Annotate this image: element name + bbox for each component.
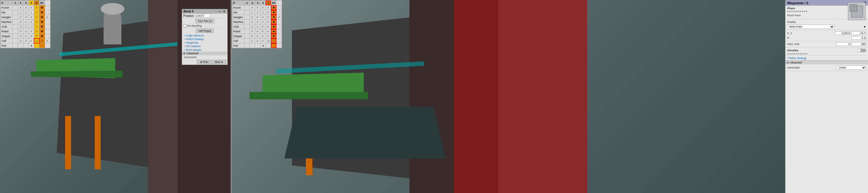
r-label: R: [787, 36, 805, 39]
right-cell-4-6: [277, 24, 282, 29]
advanced-label-wp: Advanced: [790, 61, 802, 64]
right-cell-5-0: [244, 29, 250, 34]
simulate-row: Simulate: [787, 48, 866, 53]
minimize-button[interactable]: —: [218, 10, 222, 13]
3d-preview-box: [848, 2, 866, 20]
r-input[interactable]: [851, 36, 866, 40]
left-cell-4-1: ◌: [18, 24, 23, 29]
left-cell-4-2: ◌: [23, 24, 29, 29]
left-cell-6-0: [13, 34, 18, 38]
sim-dot-4: [794, 53, 795, 55]
left-cell-5-3: ✓: [29, 29, 34, 34]
left-cell-4-4: ✓: [34, 24, 39, 29]
right-cell-0-0: [244, 5, 250, 10]
right-cell-8-4: [266, 43, 271, 48]
right-cell-2-6: ✓: [277, 15, 282, 20]
left-cell-3-1: ✓: [18, 20, 23, 24]
position-row: Position: [182, 13, 227, 18]
right-row-label-8: Part: [232, 43, 244, 48]
pre-bending-row: Pre-bending: [182, 24, 227, 28]
right-cell-5-1: ✓: [250, 29, 255, 34]
left-row-label-4: ACB: [1, 24, 13, 29]
advanced-section-waypoints[interactable]: ⊖ Advanced: [785, 60, 868, 64]
pitch-input[interactable]: [836, 43, 851, 46]
advanced-section-left[interactable]: ⊖ Advanced: [182, 52, 227, 55]
left-cell-1-4: ✓: [34, 10, 39, 15]
right-cell-8-2: [255, 43, 260, 48]
bend-link-2[interactable]: Waypoints: [182, 41, 227, 45]
left-grid: P 1 2 3 4 5 D1 Punch✓✓✓✓✱Die○○○✓✱Gauges✓…: [0, 0, 51, 48]
bend-link-0[interactable]: Angle Measure: [182, 34, 227, 37]
right-cell-0-1: ✓: [250, 5, 255, 10]
robot-strategy-link[interactable]: Robot Strategy: [787, 57, 807, 60]
left-cell-7-0: [13, 38, 18, 43]
roll-input[interactable]: [851, 43, 866, 46]
turn-part-button[interactable]: Turn Part (!): [195, 19, 214, 23]
interpolate-select[interactable]: Linear Joint: [837, 65, 866, 70]
phase-dot-10: [806, 11, 807, 12]
col-3: 3: [23, 1, 29, 5]
left-cell-5-4: ✓: [34, 29, 39, 34]
sim-dot-3: [791, 53, 793, 55]
right-cell-2-0: [244, 15, 250, 20]
left-cell-2-4: ✓: [34, 15, 39, 20]
right-col-5: 5: [266, 1, 271, 5]
add-regrip-button[interactable]: Add Regrip: [196, 29, 213, 33]
next-button[interactable]: Next ►: [212, 60, 226, 64]
left-cell-3-4: ✓: [34, 20, 39, 24]
left-panel: P 1 2 3 4 5 D1 Punch✓✓✓✓✱Die○○○✓✱Gauges✓…: [0, 0, 230, 193]
right-row-label-6: Gripper: [232, 34, 244, 38]
bend-link-1[interactable]: Robot Strategy: [182, 37, 227, 41]
right-col-4: 4: [260, 1, 266, 5]
col-p: P: [1, 1, 13, 5]
simulate-section: Simulate: [785, 48, 868, 56]
z-input[interactable]: [835, 31, 851, 35]
left-cell-4-6: [45, 24, 50, 29]
x-input[interactable]: [851, 31, 866, 35]
col-1: 1: [13, 1, 18, 5]
right-cell-2-4: ✓: [266, 15, 271, 20]
bend-panel: Bend 4 — ✕ Position Turn Part (!) Pre-be…: [182, 9, 228, 65]
display-label: Display: [787, 21, 805, 23]
right-cell-1-6: [277, 10, 282, 15]
sim-dot-1: [787, 53, 789, 55]
r-row: R: [787, 35, 866, 40]
left-cell-1-3: ○: [29, 10, 34, 15]
navigation-row: ◄ Prev Next ►: [182, 59, 227, 65]
left-cell-7-4: ◻: [34, 38, 39, 43]
simulate-toggle[interactable]: [857, 49, 866, 52]
left-row-label-5: Robot: [1, 29, 13, 34]
links-section: Angle MeasureRobot StrategyWaypointsRG-S…: [182, 34, 227, 52]
bend-link-3[interactable]: RG-Stations: [182, 45, 227, 48]
bend-link-4[interactable]: Back-gauges: [182, 48, 227, 52]
col-d1: D1: [39, 1, 45, 5]
close-button[interactable]: ✕: [222, 10, 226, 13]
left-cell-2-2: ✓: [23, 15, 29, 20]
zx-row: Z, X: [787, 31, 866, 35]
right-cell-6-2: ✓: [255, 34, 260, 38]
waypoints-panel: Waypoints • 5 — ✕ Phase: [785, 0, 868, 193]
left-cell-6-5: ✱: [39, 34, 45, 38]
left-row-label-0: Punch: [1, 5, 13, 10]
left-cell-7-6: ✓: [45, 38, 50, 43]
right-cell-2-1: ✓: [250, 15, 255, 20]
right-col-1: 1: [244, 1, 250, 5]
right-cell-5-2: ✓: [255, 29, 260, 34]
right-col-3: 3: [255, 1, 260, 5]
position-input[interactable]: [195, 14, 210, 18]
left-cell-8-4: [34, 43, 39, 48]
pre-bending-checkbox[interactable]: [183, 24, 186, 27]
right-cell-0-3: ✓: [260, 5, 266, 10]
display-select[interactable]: Wrist Point: [787, 25, 835, 29]
left-cell-8-0: [13, 43, 18, 48]
phase-label: Phase: [787, 7, 805, 10]
left-cell-0-2: ✓: [23, 5, 29, 10]
right-cell-7-1: ✓: [250, 38, 255, 43]
right-cell-7-6: [277, 38, 282, 43]
robot-strategy-section: Robot Strategy: [785, 56, 868, 60]
prev-button[interactable]: ◄ Prev: [197, 60, 211, 64]
left-cell-3-6: [45, 20, 50, 24]
display-row: Display: [787, 20, 866, 24]
left-cell-8-3: ◂: [29, 43, 34, 48]
phase-dot-2: [789, 11, 791, 12]
